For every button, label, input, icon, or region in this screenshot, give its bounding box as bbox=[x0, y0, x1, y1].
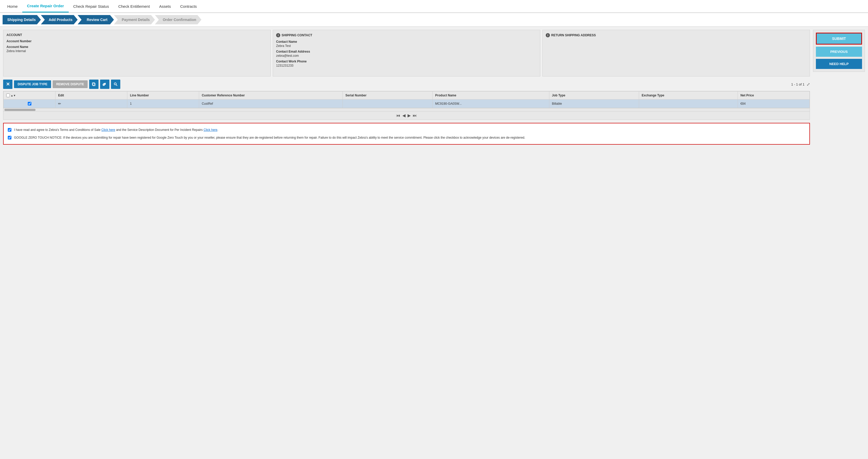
data-table: ▲▼ Edit Line Number Customer Reference N… bbox=[3, 91, 810, 108]
attachment-icon bbox=[103, 82, 107, 86]
action-card: SUBMIT PREVIOUS NEED HELP bbox=[813, 30, 865, 72]
svg-point-2 bbox=[114, 83, 116, 85]
first-page-button[interactable]: ⏮ bbox=[396, 113, 400, 118]
row-net-price: €84 bbox=[738, 100, 809, 108]
nav-create-repair-order[interactable]: Create Repair Order bbox=[22, 0, 69, 12]
main-content: ACCOUNT Account Number Account Name Zebr… bbox=[0, 27, 868, 148]
nav-assets[interactable]: Assets bbox=[155, 1, 176, 12]
th-serial-number: Serial Number bbox=[343, 92, 432, 100]
wizard-step-add-products[interactable]: Add Products bbox=[41, 15, 78, 24]
row-exchange-type bbox=[639, 100, 738, 108]
header-checkbox[interactable] bbox=[6, 94, 10, 97]
pagination-info: 1 - 1 of 1 ⤢ bbox=[791, 82, 810, 87]
row-serial-number bbox=[343, 100, 432, 108]
shipping-contact-title: i SHIPPING CONTACT bbox=[276, 33, 537, 37]
th-line-number: Line Number bbox=[127, 92, 199, 100]
expand-icon[interactable]: ⤢ bbox=[807, 82, 810, 87]
contact-email-value: zebra@test.com bbox=[276, 54, 537, 58]
th-job-type: Job Type bbox=[549, 92, 639, 100]
terms-checkbox-2[interactable] bbox=[8, 136, 11, 139]
attachment-button[interactable] bbox=[100, 79, 110, 89]
info-icon-return: i bbox=[546, 33, 550, 37]
th-edit: Edit bbox=[56, 92, 127, 100]
svg-line-3 bbox=[116, 85, 118, 86]
terms-checkbox-1[interactable] bbox=[8, 128, 11, 132]
contact-name-label: Contact Name bbox=[276, 40, 537, 43]
terms-link-2[interactable]: Click here bbox=[204, 128, 217, 132]
copy-icon bbox=[92, 82, 96, 86]
nav-contracts[interactable]: Contracts bbox=[176, 1, 202, 12]
contact-phone-value: 1231231233 bbox=[276, 64, 537, 67]
submit-button[interactable]: SUBMIT bbox=[816, 33, 862, 44]
terms-row-1: I have read and agree to Zebra's Terms a… bbox=[8, 128, 805, 132]
remove-dispute-button[interactable]: REMOVE DISPUTE bbox=[53, 80, 88, 88]
wizard-step-order-confirmation[interactable]: Order Confirmation bbox=[155, 15, 202, 24]
contact-name-value: Zebra Test bbox=[276, 44, 537, 48]
table-header-row: ▲▼ Edit Line Number Customer Reference N… bbox=[4, 92, 810, 100]
account-number-row: Account Number bbox=[6, 39, 267, 43]
row-customer-ref: CustRef bbox=[199, 100, 343, 108]
th-checkbox: ▲▼ bbox=[4, 92, 56, 100]
return-address-card: i RETURN SHIPPING ADDRESS bbox=[542, 30, 810, 76]
contact-email-label: Contact Email Address bbox=[276, 50, 537, 54]
terms-text-2: GOOGLE ZERO TOUCH NOTICE: If the devices… bbox=[14, 135, 525, 140]
wizard-step-review-cart[interactable]: Review Cart bbox=[78, 15, 114, 24]
nav-check-repair-status[interactable]: Check Repair Status bbox=[69, 1, 114, 12]
right-panel: SUBMIT PREVIOUS NEED HELP bbox=[813, 30, 865, 144]
contact-phone-row: Contact Work Phone 1231231233 bbox=[276, 60, 537, 67]
wizard-steps: Shipping Details Add Products Review Car… bbox=[0, 13, 868, 27]
shipping-contact-card: i SHIPPING CONTACT Contact Name Zebra Te… bbox=[273, 30, 540, 76]
scrollbar-thumb[interactable] bbox=[4, 109, 35, 111]
left-panel: ACCOUNT Account Number Account Name Zebr… bbox=[3, 30, 810, 144]
account-number-label: Account Number bbox=[6, 39, 267, 43]
account-name-label: Account Name bbox=[6, 45, 267, 49]
row-line-number: 1 bbox=[127, 100, 199, 108]
account-name-value: Zebra Internal bbox=[6, 49, 267, 53]
terms-text-1: I have read and agree to Zebra's Terms a… bbox=[14, 128, 218, 132]
return-address-title: i RETURN SHIPPING ADDRESS bbox=[546, 33, 807, 37]
terms-link-1[interactable]: Click here bbox=[101, 128, 115, 132]
wizard-step-shipping[interactable]: Shipping Details bbox=[3, 15, 41, 24]
horizontal-scrollbar[interactable] bbox=[3, 108, 810, 111]
edit-icon[interactable]: ✏ bbox=[58, 102, 61, 106]
row-product-name: MC9190-GA0SW... bbox=[432, 100, 549, 108]
nav-home[interactable]: Home bbox=[3, 1, 22, 12]
contact-name-row: Contact Name Zebra Test bbox=[276, 40, 537, 48]
terms-row-2: GOOGLE ZERO TOUCH NOTICE: If the devices… bbox=[8, 135, 805, 140]
next-page-button[interactable]: ▶ bbox=[408, 113, 411, 118]
contact-phone-label: Contact Work Phone bbox=[276, 60, 537, 63]
terms-text-middle: and the Service Description Document for… bbox=[115, 128, 204, 132]
th-net-price: Net Price bbox=[738, 92, 809, 100]
table-toolbar: ✕ DISPUTE JOB TYPE REMOVE DISPUTE bbox=[3, 79, 810, 89]
info-icon-shipping: i bbox=[276, 33, 280, 37]
contact-email-row: Contact Email Address zebra@test.com bbox=[276, 50, 537, 58]
nav-check-entitlement[interactable]: Check Entitlement bbox=[114, 1, 155, 12]
sort-arrows[interactable]: ▲▼ bbox=[11, 94, 16, 97]
dispute-job-type-button[interactable]: DISPUTE JOB TYPE bbox=[14, 80, 51, 88]
terms-text-after: . bbox=[217, 128, 218, 132]
pagination-text: 1 - 1 of 1 bbox=[791, 83, 804, 86]
account-title: ACCOUNT bbox=[6, 33, 267, 37]
close-button[interactable]: ✕ bbox=[3, 79, 12, 89]
row-checkbox-cell bbox=[4, 100, 56, 108]
row-checkbox[interactable] bbox=[28, 102, 31, 105]
wizard-step-payment[interactable]: Payment Details bbox=[114, 15, 155, 24]
need-help-button[interactable]: NEED HELP bbox=[816, 59, 862, 69]
copy-button[interactable] bbox=[89, 79, 98, 89]
th-exchange-type: Exchange Type bbox=[639, 92, 738, 100]
prev-page-button[interactable]: ◀ bbox=[402, 113, 405, 118]
data-table-wrapper: ▲▼ Edit Line Number Customer Reference N… bbox=[3, 91, 810, 120]
info-cards: ACCOUNT Account Number Account Name Zebr… bbox=[3, 30, 810, 76]
previous-button[interactable]: PREVIOUS bbox=[816, 47, 862, 57]
search-button[interactable] bbox=[111, 79, 120, 89]
terms-text-before: I have read and agree to Zebra's Terms a… bbox=[14, 128, 101, 132]
th-customer-ref: Customer Reference Number bbox=[199, 92, 343, 100]
last-page-button[interactable]: ⏭ bbox=[413, 113, 417, 118]
th-product-name: Product Name bbox=[432, 92, 549, 100]
terms-box: I have read and agree to Zebra's Terms a… bbox=[3, 123, 810, 144]
table-pagination-controls: ⏮ ◀ ▶ ⏭ bbox=[3, 111, 810, 120]
top-navigation: Home Create Repair Order Check Repair St… bbox=[0, 0, 868, 13]
table-row: ✏ 1 CustRef MC9190-GA0SW... Billable €84 bbox=[4, 100, 810, 108]
row-edit-cell: ✏ bbox=[56, 100, 127, 108]
account-card: ACCOUNT Account Number Account Name Zebr… bbox=[3, 30, 271, 76]
